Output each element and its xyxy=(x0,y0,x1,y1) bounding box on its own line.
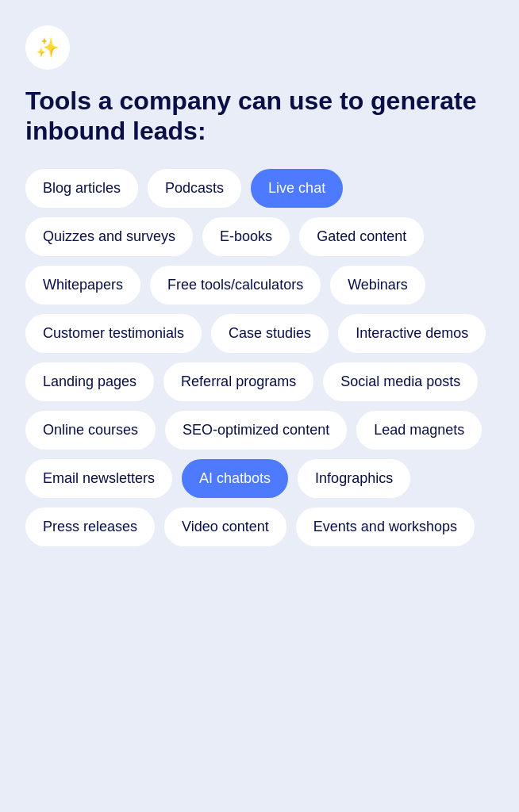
tag-item[interactable]: E-books xyxy=(202,217,290,256)
tag-item[interactable]: Case studies xyxy=(211,314,329,353)
tag-item[interactable]: Infographics xyxy=(298,459,410,498)
tag-item[interactable]: Gated content xyxy=(299,217,424,256)
tag-item[interactable]: Landing pages xyxy=(25,362,154,401)
wand-icon: ✨ xyxy=(36,36,60,59)
icon-container: ✨ xyxy=(25,25,70,70)
tag-item[interactable]: Video content xyxy=(164,508,286,546)
tag-item[interactable]: Podcasts xyxy=(148,169,241,208)
tag-item[interactable]: Lead magnets xyxy=(356,411,482,450)
tag-item[interactable]: Online courses xyxy=(25,411,156,450)
tag-item[interactable]: Interactive demos xyxy=(338,314,486,353)
tag-item[interactable]: Referral programs xyxy=(163,362,313,401)
tag-item[interactable]: Live chat xyxy=(251,169,343,208)
tag-item[interactable]: SEO-optimized content xyxy=(165,411,347,450)
tag-item[interactable]: Whitepapers xyxy=(25,266,140,304)
tag-item[interactable]: Social media posts xyxy=(323,362,478,401)
tag-item[interactable]: Free tools/calculators xyxy=(150,266,321,304)
tag-item[interactable]: Email newsletters xyxy=(25,459,172,498)
tag-item[interactable]: Blog articles xyxy=(25,169,138,208)
tag-item[interactable]: Press releases xyxy=(25,508,155,546)
tag-item[interactable]: Webinars xyxy=(330,266,425,304)
tag-item[interactable]: Quizzes and surveys xyxy=(25,217,193,256)
tag-item[interactable]: AI chatbots xyxy=(182,459,288,498)
tags-container: Blog articlesPodcastsLive chatQuizzes an… xyxy=(25,169,494,546)
tag-item[interactable]: Customer testimonials xyxy=(25,314,202,353)
tag-item[interactable]: Events and workshops xyxy=(296,508,475,546)
page-title: Tools a company can use to generate inbo… xyxy=(25,86,494,147)
